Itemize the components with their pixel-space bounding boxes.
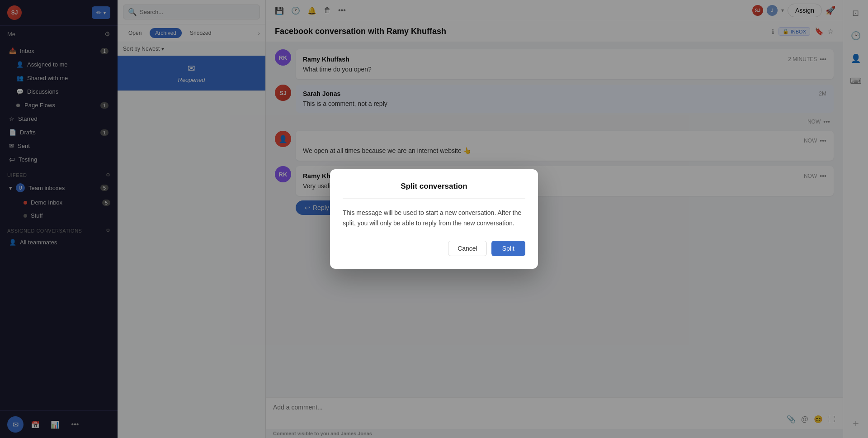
modal-title: Split conversation bbox=[343, 182, 525, 199]
cancel-button[interactable]: Cancel bbox=[448, 241, 487, 256]
modal-overlay: Split conversation This message will be … bbox=[0, 0, 868, 438]
split-button[interactable]: Split bbox=[491, 241, 525, 256]
split-conversation-modal: Split conversation This message will be … bbox=[330, 169, 538, 269]
modal-footer: Cancel Split bbox=[343, 241, 525, 256]
modal-body: This message will be used to start a new… bbox=[343, 208, 525, 228]
